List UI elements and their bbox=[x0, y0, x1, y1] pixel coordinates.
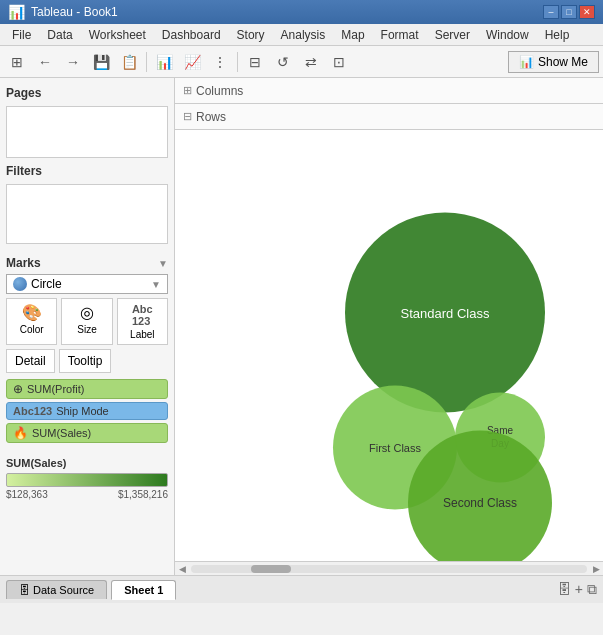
filters-box bbox=[6, 184, 168, 244]
legend-max: $1,358,216 bbox=[118, 489, 168, 500]
duplicate-sheet-btn[interactable]: ⧉ bbox=[587, 581, 597, 598]
size-icon: ◎ bbox=[80, 303, 94, 322]
app-icon: 📊 bbox=[8, 4, 25, 20]
rows-shelf[interactable]: ⊟ Rows bbox=[175, 104, 603, 130]
color-label: Color bbox=[20, 324, 44, 335]
legend-min: $128,363 bbox=[6, 489, 48, 500]
toolbar-fit-btn[interactable]: ⊡ bbox=[326, 50, 352, 74]
scroll-right-arrow[interactable]: ▶ bbox=[589, 564, 603, 574]
color-button[interactable]: 🎨 Color bbox=[6, 298, 57, 345]
tab-controls: 🗄 + ⧉ bbox=[557, 581, 597, 598]
scroll-track bbox=[191, 565, 587, 573]
show-me-button[interactable]: 📊 Show Me bbox=[508, 51, 599, 73]
scroll-left-arrow[interactable]: ◀ bbox=[175, 564, 189, 574]
close-button[interactable]: ✕ bbox=[579, 5, 595, 19]
data-source-tab[interactable]: 🗄 Data Source bbox=[6, 580, 107, 599]
bubbles-chart: Standard Class First Class Same Day Seco… bbox=[175, 130, 603, 575]
size-button[interactable]: ◎ Size bbox=[61, 298, 112, 345]
marks-label: Marks bbox=[6, 254, 41, 272]
toolbar-bar-btn[interactable]: 📈 bbox=[179, 50, 205, 74]
toolbar-scatter-btn[interactable]: ⋮ bbox=[207, 50, 233, 74]
detail-button[interactable]: Detail bbox=[6, 349, 55, 373]
profit-pill-label: SUM(Profit) bbox=[27, 383, 84, 395]
menu-server[interactable]: Server bbox=[427, 26, 478, 44]
columns-shelf[interactable]: ⊞ Columns bbox=[175, 78, 603, 104]
window-title: Tableau - Book1 bbox=[31, 5, 118, 19]
sheet1-tab[interactable]: Sheet 1 bbox=[111, 580, 176, 600]
menu-analysis[interactable]: Analysis bbox=[273, 26, 334, 44]
marks-type-label: Circle bbox=[31, 277, 62, 291]
marks-dropdown-arrow: ▼ bbox=[158, 258, 168, 269]
new-sheet-btn[interactable]: + bbox=[575, 581, 583, 598]
chart-area: Standard Class First Class Same Day Seco… bbox=[175, 130, 603, 575]
menu-bar: File Data Worksheet Dashboard Story Anal… bbox=[0, 24, 603, 46]
toolbar-chart-btn[interactable]: 📊 bbox=[151, 50, 177, 74]
data-source-icon: 🗄 bbox=[19, 584, 30, 596]
data-source-label: Data Source bbox=[33, 584, 94, 596]
profit-pill[interactable]: ⊕ SUM(Profit) bbox=[6, 379, 168, 399]
marks-header: Marks ▼ bbox=[6, 252, 168, 274]
bubble-standard-class-label: Standard Class bbox=[401, 306, 490, 321]
tooltip-button[interactable]: Tooltip bbox=[59, 349, 112, 373]
marks-type-dropdown[interactable]: Circle ▼ bbox=[6, 274, 168, 294]
shipmode-pill-label: Ship Mode bbox=[56, 405, 109, 417]
toolbar-sep2 bbox=[237, 52, 238, 72]
legend-section: SUM(Sales) $128,363 $1,358,216 bbox=[6, 457, 168, 500]
toolbar-refresh-btn[interactable]: ↺ bbox=[270, 50, 296, 74]
bottom-bar: 🗄 Data Source Sheet 1 🗄 + ⧉ bbox=[0, 575, 603, 603]
menu-dashboard[interactable]: Dashboard bbox=[154, 26, 229, 44]
profit-pill-icon: ⊕ bbox=[13, 382, 23, 396]
toolbar-grid-btn[interactable]: ⊞ bbox=[4, 50, 30, 74]
toolbar-sep1 bbox=[146, 52, 147, 72]
label-label: Label bbox=[130, 329, 154, 340]
toolbar: ⊞ ← → 💾 📋 📊 📈 ⋮ ⊟ ↺ ⇄ ⊡ 📊 Show Me bbox=[0, 46, 603, 78]
rows-label: Rows bbox=[196, 110, 226, 124]
sales-pill[interactable]: 🔥 SUM(Sales) bbox=[6, 423, 168, 443]
shipmode-pill-icon: Abc123 bbox=[13, 405, 52, 417]
shipmode-pill[interactable]: Abc123 Ship Mode bbox=[6, 402, 168, 420]
menu-map[interactable]: Map bbox=[333, 26, 372, 44]
sales-pill-label: SUM(Sales) bbox=[32, 427, 91, 439]
title-bar-title: 📊 Tableau - Book1 bbox=[8, 4, 118, 20]
columns-label: Columns bbox=[196, 84, 243, 98]
menu-worksheet[interactable]: Worksheet bbox=[81, 26, 154, 44]
toolbar-swap-btn[interactable]: ⇄ bbox=[298, 50, 324, 74]
minimize-button[interactable]: – bbox=[543, 5, 559, 19]
menu-format[interactable]: Format bbox=[373, 26, 427, 44]
left-panel: Pages Filters Marks ▼ Circle ▼ 🎨 Color bbox=[0, 78, 175, 575]
bubble-second-class-label: Second Class bbox=[443, 496, 517, 510]
scroll-thumb[interactable] bbox=[251, 565, 291, 573]
size-label: Size bbox=[77, 324, 96, 335]
sheet1-label: Sheet 1 bbox=[124, 584, 163, 596]
color-icon: 🎨 bbox=[22, 303, 42, 322]
marks-section: Marks ▼ Circle ▼ 🎨 Color ◎ Size Abc123 bbox=[6, 252, 168, 443]
circle-icon bbox=[13, 277, 27, 291]
legend-range: $128,363 $1,358,216 bbox=[6, 489, 168, 500]
toolbar-table-btn[interactable]: ⊟ bbox=[242, 50, 268, 74]
dropdown-arrow-icon: ▼ bbox=[151, 279, 161, 290]
label-icon: Abc123 bbox=[132, 303, 153, 327]
title-bar-controls: – □ ✕ bbox=[543, 5, 595, 19]
show-me-label: Show Me bbox=[538, 55, 588, 69]
menu-data[interactable]: Data bbox=[39, 26, 80, 44]
maximize-button[interactable]: □ bbox=[561, 5, 577, 19]
label-button[interactable]: Abc123 Label bbox=[117, 298, 168, 345]
toolbar-copy-btn[interactable]: 📋 bbox=[116, 50, 142, 74]
sales-pill-icon: 🔥 bbox=[13, 426, 28, 440]
toolbar-back-btn[interactable]: ← bbox=[32, 50, 58, 74]
bubble-first-class-label: First Class bbox=[369, 442, 421, 454]
menu-window[interactable]: Window bbox=[478, 26, 537, 44]
filters-label: Filters bbox=[6, 162, 168, 180]
canvas-area: ⊞ Columns ⊟ Rows Standard Class First Cl… bbox=[175, 78, 603, 575]
new-datasource-btn[interactable]: 🗄 bbox=[557, 581, 571, 598]
pages-box bbox=[6, 106, 168, 158]
horizontal-scrollbar[interactable]: ◀ ▶ bbox=[175, 561, 603, 575]
menu-story[interactable]: Story bbox=[229, 26, 273, 44]
toolbar-save-btn[interactable]: 💾 bbox=[88, 50, 114, 74]
menu-file[interactable]: File bbox=[4, 26, 39, 44]
toolbar-forward-btn[interactable]: → bbox=[60, 50, 86, 74]
pages-label: Pages bbox=[6, 84, 168, 102]
legend-title: SUM(Sales) bbox=[6, 457, 168, 469]
main-layout: Pages Filters Marks ▼ Circle ▼ 🎨 Color bbox=[0, 78, 603, 575]
menu-help[interactable]: Help bbox=[537, 26, 578, 44]
